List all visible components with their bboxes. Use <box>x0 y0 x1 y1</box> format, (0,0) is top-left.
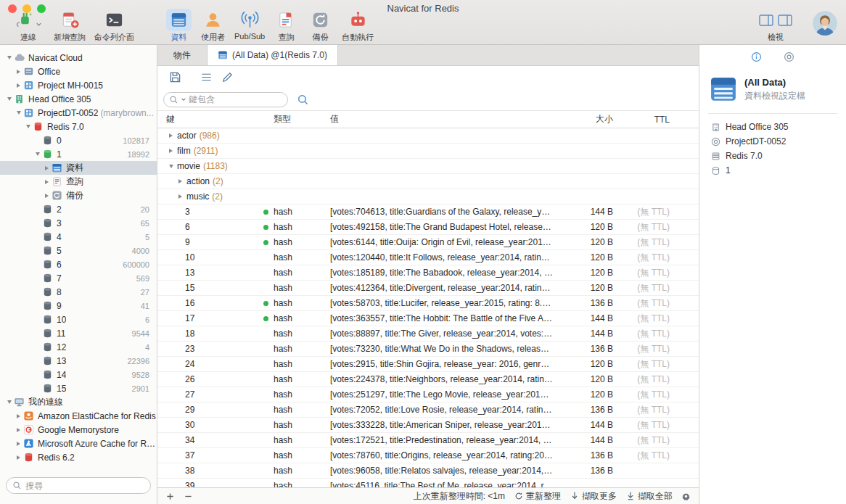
fetch-all-button[interactable]: 擷取全部 <box>626 490 673 503</box>
tree-item[interactable]: 6600000 <box>0 257 157 271</box>
key-filter-input[interactable] <box>189 94 282 104</box>
chevron-down-icon[interactable] <box>181 96 186 102</box>
table-row[interactable]: 26hash[votes:224378, title:Neighbors, re… <box>157 372 699 387</box>
tree-item[interactable]: 106 <box>0 313 157 326</box>
tree-item[interactable]: 54000 <box>0 244 157 257</box>
tree-item[interactable]: Google Memorystore <box>0 423 157 437</box>
refresh-button[interactable]: 重新整理 <box>514 490 561 503</box>
tree-item[interactable]: 1322396 <box>0 354 157 368</box>
toolbar-item-users[interactable]: 使用者 <box>196 9 230 43</box>
disclosure-arrow-icon[interactable] <box>176 189 185 204</box>
tree-item[interactable]: 7569 <box>0 271 157 285</box>
close-button[interactable] <box>8 4 17 13</box>
tree-item[interactable]: Redis 7.0 <box>0 120 157 133</box>
disclosure-arrow-icon[interactable] <box>4 51 14 65</box>
tree-item[interactable]: Head Office 305 <box>0 92 157 106</box>
tree-item[interactable]: Microsoft Azure Cache for Redis <box>0 437 157 450</box>
disclosure-arrow-icon[interactable] <box>14 65 23 78</box>
table-row[interactable]: 17hash[votes:363557, title:The Hobbit: T… <box>157 311 699 326</box>
table-row[interactable]: 39hash[votes:45116, title:The Best of Me… <box>157 479 699 487</box>
key-filter-box[interactable] <box>163 92 288 107</box>
sidebar-search-input[interactable] <box>25 481 144 491</box>
toolbar-item-backup[interactable]: 備份 <box>303 9 337 43</box>
disclosure-arrow-icon[interactable] <box>14 450 23 464</box>
table-row[interactable]: 34hash[votes:172521, title:Predestinatio… <box>157 433 699 448</box>
table-row[interactable]: 13hash[votes:185189, title:The Babadook,… <box>157 265 699 281</box>
column-header-size[interactable]: 大小 <box>558 113 616 125</box>
disclosure-arrow-icon[interactable] <box>42 175 52 189</box>
table-row[interactable]: 15hash[votes:412364, title:Divergent, re… <box>157 281 699 296</box>
table-row[interactable]: 23hash[votes:73230, title:What We Do in … <box>157 342 699 357</box>
table-group-row[interactable]: actor986 <box>157 128 699 144</box>
tree-item[interactable]: Navicat Cloud <box>0 51 157 65</box>
add-key-button[interactable] <box>166 492 174 500</box>
edit-button[interactable] <box>221 71 234 83</box>
disclosure-arrow-icon[interactable] <box>42 189 52 202</box>
table-group-row[interactable]: action2 <box>157 174 699 189</box>
list-view-button[interactable] <box>200 71 213 83</box>
disclosure-arrow-icon[interactable] <box>176 174 185 189</box>
toolbar-item-new-query[interactable]: 新增查詢 <box>49 9 90 43</box>
table-row[interactable]: 30hash[votes:333228, title:American Snip… <box>157 418 699 433</box>
tree-item[interactable]: 152901 <box>0 381 157 395</box>
toolbar-item-pubsub[interactable]: Pub/Sub <box>230 9 269 41</box>
disclosure-arrow-icon[interactable] <box>14 78 23 92</box>
remove-key-button[interactable] <box>184 492 192 500</box>
tree-item[interactable]: 119544 <box>0 326 157 340</box>
tree-item[interactable]: 資料 <box>0 161 157 175</box>
tree-item[interactable]: 45 <box>0 230 157 244</box>
tree-item[interactable]: 查詢 <box>0 175 157 189</box>
toolbar-item-query[interactable]: 查詢 <box>269 9 303 43</box>
tree-item[interactable]: 124 <box>0 340 157 354</box>
tree-item[interactable]: 118992 <box>0 147 157 161</box>
table-row[interactable]: 16hash[votes:58703, title:Lucifer, relea… <box>157 296 699 311</box>
tree-item[interactable]: Amazon ElastiCache for Redis <box>0 409 157 423</box>
table-row[interactable]: 3hash[votes:704613, title:Guardians of t… <box>157 205 699 220</box>
table-row[interactable]: 29hash[votes:72052, title:Love Rosie, re… <box>157 402 699 418</box>
toolbar-item-connection[interactable]: 連線 <box>7 9 49 43</box>
tree-item[interactable]: 149528 <box>0 368 157 381</box>
table-row[interactable]: 24hash[votes:2915, title:Shin Gojira, re… <box>157 357 699 372</box>
table-group-row[interactable]: film2911 <box>157 144 699 159</box>
disclosure-arrow-icon[interactable] <box>4 395 14 409</box>
tree-item[interactable]: Project MH-0015 <box>0 78 157 92</box>
tree-item[interactable]: ProjectDT-0052(marybrown... <box>0 106 157 120</box>
column-header-value[interactable]: 值 <box>330 113 558 125</box>
disclosure-arrow-icon[interactable] <box>14 437 23 450</box>
tree-item[interactable]: 365 <box>0 216 157 230</box>
table-row[interactable]: 27hash[votes:251297, title:The Lego Movi… <box>157 387 699 402</box>
tab-data-view[interactable]: (All Data) @1(Redis 7.0) <box>208 45 338 65</box>
disclosure-arrow-icon[interactable] <box>4 92 14 106</box>
disclosure-arrow-icon[interactable] <box>14 409 23 423</box>
save-button[interactable] <box>169 71 181 83</box>
options-tab-button[interactable] <box>784 51 794 62</box>
tree-item[interactable]: 0102817 <box>0 133 157 147</box>
tree-item[interactable]: Redis 6.2 <box>0 450 157 464</box>
fetch-more-button[interactable]: 擷取更多 <box>570 490 617 503</box>
tree-item[interactable]: 941 <box>0 299 157 313</box>
settings-button[interactable] <box>682 492 690 500</box>
disclosure-arrow-icon[interactable] <box>14 423 23 437</box>
disclosure-arrow-icon[interactable] <box>166 144 176 158</box>
disclosure-arrow-icon[interactable] <box>33 147 42 161</box>
minimize-button[interactable] <box>22 4 31 13</box>
table-row[interactable]: 10hash[votes:120440, title:It Follows, r… <box>157 250 699 265</box>
tab-objects[interactable]: 物件 <box>157 45 208 65</box>
toolbar-item-automation[interactable]: 自動執行 <box>337 9 378 43</box>
disclosure-arrow-icon[interactable] <box>23 120 33 133</box>
tree-item[interactable]: 220 <box>0 202 157 216</box>
table-row[interactable]: 6hash[votes:492158, title:The Grand Buda… <box>157 220 699 235</box>
table-row[interactable]: 9hash[votes:6144, title:Ouija: Origin of… <box>157 235 699 250</box>
disclosure-arrow-icon[interactable] <box>42 161 52 175</box>
tree-item[interactable]: 827 <box>0 285 157 299</box>
toolbar-item-view[interactable]: 檢視 <box>752 9 800 43</box>
table-row[interactable]: 18hash[votes:88897, title:The Giver, rel… <box>157 326 699 342</box>
sidebar-search-box[interactable] <box>6 477 151 494</box>
column-header-type[interactable]: 類型 <box>272 113 330 125</box>
info-tab-button[interactable] <box>751 51 762 62</box>
zoom-button[interactable] <box>37 4 46 13</box>
column-header-key[interactable]: 鍵 <box>157 111 259 128</box>
toolbar-item-cli[interactable]: 命令列介面 <box>90 9 139 43</box>
table-group-row[interactable]: music2 <box>157 189 699 205</box>
search-button[interactable] <box>297 94 309 106</box>
